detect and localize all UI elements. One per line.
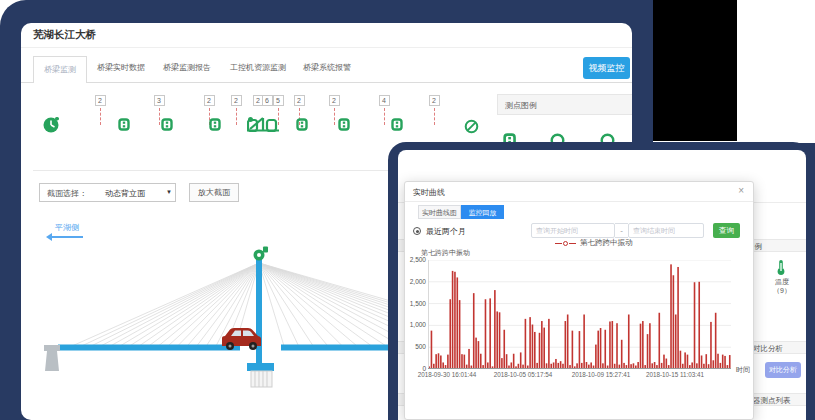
tab-ipc-resource-monitor[interactable]: 工控机资源监测 — [230, 62, 286, 73]
abutment — [44, 345, 60, 371]
sensor-count-badge[interactable]: 2 — [95, 95, 106, 106]
sensor-count-badge[interactable]: 2 — [429, 95, 440, 106]
compare-analysis-button[interactable]: 对比分析 — [765, 362, 801, 378]
legend-line — [569, 243, 576, 244]
x-tick-label: 2018-10-05 05:17:54 — [494, 371, 552, 378]
tab-bridge-monitor[interactable]: 桥梁监测 — [33, 56, 87, 83]
recent-two-months-label: 最近两个月 — [426, 226, 466, 237]
bridge-tower — [256, 251, 262, 371]
legend-line — [555, 243, 562, 244]
x-tick-label: 2018-10-15 11:03:41 — [646, 371, 704, 378]
y-tick-label: 500 — [405, 343, 426, 350]
query-start-time-input[interactable] — [531, 223, 615, 238]
x-tick-label: 2018-10-09 15:27:41 — [572, 371, 630, 378]
bridge-side-label: 平湖侧 — [55, 222, 79, 233]
range-separator: - — [615, 223, 628, 238]
vibration-chart — [428, 260, 731, 369]
x-tick-label: 2018-09-30 16:01:44 — [418, 371, 476, 378]
chevron-down-icon[interactable]: ▼ — [166, 189, 172, 195]
enlarge-section-button[interactable]: 放大截面 — [189, 183, 239, 202]
recent-two-months-radio[interactable] — [413, 227, 421, 235]
left-arrow-icon — [51, 236, 83, 238]
sensor-drop-line — [236, 108, 237, 125]
desktop: 芜湖长江大桥 桥梁监测 桥梁实时数据 桥梁监测报告 工控机资源监测 桥梁系统报警… — [0, 0, 815, 420]
tab-monitor-playback[interactable]: 监控回放 — [461, 205, 504, 219]
sensor-count-badge[interactable]: 4 — [379, 95, 390, 106]
query-button[interactable]: 查询 — [713, 223, 740, 238]
divider — [21, 47, 632, 48]
truss-sensor-icon[interactable] — [247, 116, 279, 132]
sensor-count-badge[interactable]: 2 — [294, 95, 305, 106]
query-end-time-input[interactable] — [628, 223, 704, 238]
tab-bridge-system-alarm[interactable]: 桥梁系统报警 — [303, 62, 351, 73]
sensor-count-badge[interactable]: 6 — [262, 95, 273, 106]
sensor-count-badge[interactable]: 5 — [273, 95, 284, 106]
x-axis-name: 时间 — [736, 365, 750, 375]
y-tick-label: 2,000 — [405, 278, 426, 285]
tab-bridge-realtime-data[interactable]: 桥梁实时数据 — [97, 62, 145, 73]
sensor-count-badge[interactable]: 3 — [154, 95, 165, 106]
bridge-deck-left — [58, 345, 240, 351]
sensor-count-badge[interactable]: 2 — [231, 95, 242, 106]
close-icon[interactable]: × — [738, 185, 744, 196]
chain-link-icon[interactable] — [161, 118, 173, 131]
section-select-value[interactable]: 动态背立面 — [105, 188, 145, 199]
section-select-label: 截面选择： — [47, 188, 87, 199]
chain-link-icon[interactable] — [391, 118, 403, 131]
sensor-drop-line — [100, 108, 101, 125]
chain-link-icon[interactable] — [209, 118, 221, 131]
car — [222, 328, 261, 350]
overlay-window: 测点图例 温度 （9） 对比分析 对比分析 传感器测点列表 实时曲线 × 实时曲… — [388, 142, 815, 420]
sensor-count-badge[interactable]: 2 — [204, 95, 215, 106]
sensor-drop-line — [384, 108, 385, 125]
temperature-count: （9） — [766, 286, 798, 296]
video-monitor-button[interactable]: 视频监控 — [583, 57, 630, 79]
page-title: 芜湖长江大桥 — [33, 28, 96, 42]
video-screen — [653, 0, 737, 141]
tab-bridge-report[interactable]: 桥梁监测报告 — [163, 62, 211, 73]
chart-axis-title: 第七跨跨中振动 — [421, 248, 470, 258]
sensor-drop-line — [334, 108, 335, 125]
dialog-title: 实时曲线 — [413, 187, 445, 198]
sensor-count-badge[interactable]: 2 — [329, 95, 340, 106]
realtime-curve-dialog: 实时曲线 × 实时曲线图 监控回放 最近两个月 - 查询 第七跨跨中振动 第七跨… — [404, 181, 754, 420]
y-tick-label: 1,500 — [405, 300, 426, 307]
legend-panel-title: 测点图例 — [505, 100, 537, 111]
legend-circle-marker — [563, 241, 568, 246]
chain-link-icon[interactable] — [296, 118, 308, 131]
alarm-clock-icon[interactable] — [42, 115, 61, 134]
overlay-window-page: 测点图例 温度 （9） 对比分析 对比分析 传感器测点列表 实时曲线 × 实时曲… — [398, 150, 806, 420]
tabbar-border — [21, 82, 632, 83]
sidebar-compare-header-label: 对比分析 — [753, 344, 783, 354]
pier-piles — [251, 371, 272, 387]
chain-link-icon[interactable] — [338, 118, 350, 131]
legend-label: 第七跨跨中振动 — [580, 238, 633, 248]
chart-legend-item[interactable]: 第七跨跨中振动 — [555, 239, 633, 247]
sensor-drop-line — [159, 108, 160, 125]
camera-icon[interactable] — [254, 247, 269, 261]
y-tick-label: 1,000 — [405, 321, 426, 328]
thermometer-icon[interactable] — [775, 259, 787, 276]
y-tick-label: 2,500 — [405, 256, 426, 263]
chart-plot-area[interactable] — [428, 260, 731, 369]
chain-link-icon[interactable] — [118, 118, 130, 131]
pier-cap — [247, 363, 274, 371]
divider — [405, 201, 753, 202]
tab-realtime-curve-view[interactable]: 实时曲线图 — [418, 205, 461, 219]
ban-icon[interactable] — [464, 119, 479, 134]
sensor-drop-line — [434, 108, 435, 125]
